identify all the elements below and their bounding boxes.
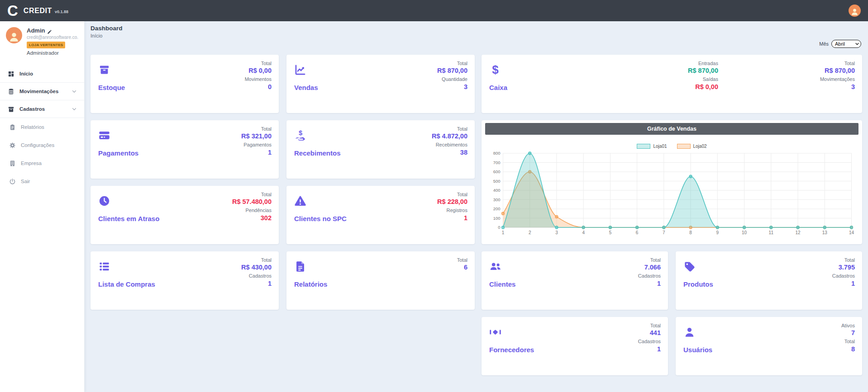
users-icon [489, 260, 501, 273]
sidebar-item-empresa[interactable]: Empresa [0, 154, 84, 172]
card-stats: Total R$ 430,00 Cadastros 1 [241, 257, 272, 289]
card-stats: Total R$ 228,00 Registros 1 [437, 191, 467, 223]
stat-label: Total [437, 60, 467, 66]
stat: Movimentos 0 [245, 76, 272, 90]
stat: Total 441 [638, 322, 661, 337]
svg-text:700: 700 [493, 160, 501, 165]
stat-value: R$ 870,00 [688, 66, 718, 75]
card-clientes-em-atraso[interactable]: Clientes em Atraso Total R$ 57.480,00 Pe… [91, 186, 279, 244]
stat-value: 1 [241, 279, 272, 288]
sidebar-item-relatorios[interactable]: Relatórios [0, 118, 84, 136]
card-estoque[interactable]: Estoque Total R$ 0,00 Movimentos 0 [91, 55, 279, 113]
power-icon [9, 178, 16, 185]
svg-text:300: 300 [493, 197, 501, 202]
stat: Entradas R$ 870,00 [688, 60, 718, 75]
card-stats: Total R$ 4.872,00 Recebimentos 38 [432, 126, 467, 158]
svg-text:8: 8 [689, 230, 692, 235]
svg-text:12: 12 [795, 230, 801, 235]
svg-text:400: 400 [493, 188, 501, 193]
stat: Total R$ 4.872,00 [432, 126, 467, 140]
card-vendas[interactable]: Vendas Total R$ 870,00 Quantidade 3 [286, 55, 475, 113]
logo-icon: C [7, 3, 18, 18]
card-stats: Total R$ 57.480,00 Pendências 302 [232, 191, 272, 223]
sidebar-menu: InícioMovimentaçõesCadastrosRelatóriosCo… [0, 65, 84, 190]
edit-profile-icon[interactable] [47, 28, 52, 33]
card-clientes-no-spc[interactable]: Clientes no SPC Total R$ 228,00 Registro… [286, 186, 475, 244]
sidebar-item-label: Sair [21, 179, 30, 184]
card-relatorios[interactable]: Relatórios Total 6 [286, 251, 475, 310]
stat-label: Quantidade [437, 76, 467, 82]
sales-chart: 1234567891011121314010020030040050060070… [485, 150, 858, 239]
stat-label: Total [841, 338, 855, 345]
card-fornecedores[interactable]: Fornecedores Total 441 Cadastros 1 [482, 317, 668, 375]
svg-text:2: 2 [529, 230, 531, 235]
sidebar-item-label: Início [19, 71, 33, 76]
stat-label: Total [638, 322, 661, 329]
card-pagamentos[interactable]: Pagamentos Total R$ 321,00 Pagamentos 1 [91, 120, 279, 179]
legend-item: Loja02 [677, 144, 707, 149]
month-select[interactable]: Abril [831, 40, 861, 48]
dashboard-grid: Estoque Total R$ 0,00 Movimentos 0 Venda… [91, 55, 862, 375]
stat-label: Ativos [841, 322, 855, 329]
hand-dollar-icon: $ [294, 129, 306, 142]
svg-text:600: 600 [493, 169, 501, 174]
stat-label: Cadastros [638, 273, 661, 279]
sidebar-item-configuracoes[interactable]: Configurações [0, 136, 84, 154]
stat-label: Saídas [688, 76, 718, 82]
sidebar: Admin credit@anronsoftware.co... LOJA VE… [0, 21, 85, 392]
brand-name: CREDIT [24, 7, 52, 15]
stat: Total R$ 57.480,00 [232, 191, 272, 206]
stat: Total R$ 0,00 [245, 60, 272, 75]
svg-text:500: 500 [493, 179, 501, 184]
file-icon [294, 260, 306, 273]
svg-text:7: 7 [663, 230, 665, 235]
card-caixa[interactable]: $ Caixa Entradas R$ 870,00 Saídas R$ 0,0… [482, 55, 862, 113]
svg-text:100: 100 [493, 216, 501, 221]
card-stats: Total 6 [457, 257, 467, 273]
card-produtos[interactable]: Produtos Total 3.795 Cadastros 1 [676, 251, 862, 310]
stat-value: R$ 321,00 [241, 132, 272, 140]
stat-label: Total [638, 257, 661, 263]
chart-line-icon [294, 64, 306, 76]
card-recebimentos[interactable]: $ Recebimentos Total R$ 4.872,00 Recebim… [286, 120, 475, 179]
card-lista-de-compras[interactable]: Lista de Compras Total R$ 430,00 Cadastr… [91, 251, 279, 310]
topbar: C CREDIT v0.1.88 [0, 0, 868, 21]
card-usuarios[interactable]: Usuários Ativos 7 Total 8 [676, 317, 862, 375]
stat-value: R$ 4.872,00 [432, 132, 467, 140]
stat-label: Total [820, 60, 855, 66]
tag-icon [683, 260, 696, 273]
stat-value: R$ 57.480,00 [232, 198, 272, 206]
stat-label: Recebimentos [432, 142, 467, 148]
card-stats: Ativos 7 Total 8 [841, 322, 855, 354]
stat-label: Cadastros [832, 273, 855, 279]
stat-value: R$ 228,00 [437, 198, 467, 206]
gear-icon [9, 142, 16, 149]
stat: Pendências 302 [232, 207, 272, 222]
legend-label: Loja02 [693, 144, 707, 149]
topbar-user-avatar[interactable] [849, 5, 861, 17]
sidebar-item-inicio[interactable]: Início [0, 65, 84, 83]
sidebar-item-cadastros[interactable]: Cadastros [0, 100, 84, 118]
sidebar-item-label: Configurações [21, 142, 54, 148]
stat: Total R$ 321,00 [241, 126, 272, 140]
svg-text:200: 200 [493, 206, 501, 211]
svg-text:800: 800 [493, 151, 501, 156]
right-card-group: $ Caixa Entradas R$ 870,00 Saídas R$ 0,0… [482, 55, 862, 375]
stat-value: 3 [820, 83, 855, 91]
sidebar-item-movimentacoes[interactable]: Movimentações [0, 82, 84, 100]
stat-value: 38 [432, 148, 467, 156]
stat-label: Registros [437, 207, 467, 213]
card-title: Estoque [98, 84, 125, 91]
avatar[interactable] [6, 27, 22, 43]
stat-label: Movimentos [245, 76, 272, 82]
card-stats: Entradas R$ 870,00 Saídas R$ 0,00 Total … [688, 60, 855, 92]
svg-text:13: 13 [822, 230, 828, 235]
stat-value: 1 [437, 214, 467, 222]
app-logo[interactable]: C CREDIT v0.1.88 [7, 3, 68, 18]
month-filter: Mês Abril [91, 39, 861, 48]
stat: Total R$ 430,00 [241, 257, 272, 271]
card-clientes[interactable]: Clientes Total 7.066 Cadastros 1 [482, 251, 668, 310]
stat-value: 1 [638, 279, 661, 288]
svg-text:10: 10 [742, 230, 747, 235]
sidebar-item-sair[interactable]: Sair [0, 172, 84, 190]
